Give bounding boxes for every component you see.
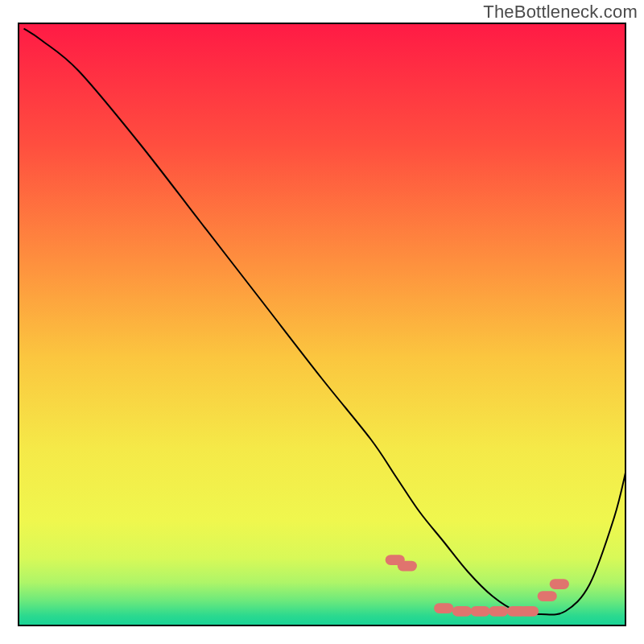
data-point [489,606,508,617]
data-point [470,606,489,617]
chart-overlay [18,23,626,626]
data-point [538,591,557,601]
data-point [519,606,539,617]
points-group [386,555,569,617]
plot-area [18,23,626,626]
watermark-text: TheBottleneck.com [483,2,638,23]
data-point [434,603,453,613]
chart-frame: TheBottleneck.com [0,0,644,644]
data-point [452,606,472,617]
data-point [550,579,569,589]
data-point [398,561,417,572]
curve-path [24,29,626,615]
